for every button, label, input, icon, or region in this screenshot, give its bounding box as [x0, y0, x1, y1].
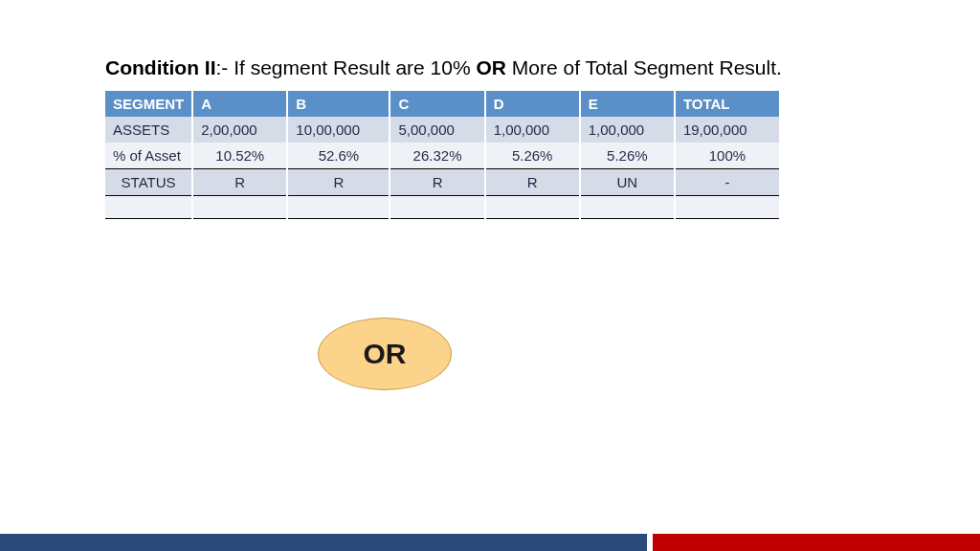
- cell-value: 5.26%: [580, 143, 675, 169]
- cell-label: % of Asset: [105, 143, 192, 169]
- cell-value: 100%: [675, 143, 779, 169]
- cell-value: R: [192, 169, 287, 196]
- cell-value: UN: [580, 169, 675, 196]
- segment-table: SEGMENT A B C D E TOTAL ASSETS 2,00,000 …: [105, 91, 779, 219]
- table-row: STATUS R R R R UN -: [105, 169, 779, 196]
- th-a: A: [192, 91, 287, 117]
- cell-value: -: [675, 169, 779, 196]
- cell-value: 2,00,000: [192, 117, 287, 143]
- th-total: TOTAL: [675, 91, 779, 117]
- th-b: B: [287, 91, 390, 117]
- cell-value: 1,00,000: [485, 117, 580, 143]
- table-row: ASSETS 2,00,000 10,00,000 5,00,000 1,00,…: [105, 117, 779, 143]
- table-row: [105, 196, 779, 219]
- cell-value: R: [390, 169, 484, 196]
- heading-or: OR: [476, 56, 506, 78]
- th-d: D: [485, 91, 580, 117]
- cell-value: 26.32%: [390, 143, 484, 169]
- footer-bar: [0, 534, 980, 551]
- footer-blue: [0, 534, 647, 551]
- cell-value: R: [287, 169, 390, 196]
- cell-label: STATUS: [105, 169, 192, 196]
- heading-prefix: Condition II: [105, 56, 215, 78]
- th-segment: SEGMENT: [105, 91, 192, 117]
- condition-heading: Condition II:- If segment Result are 10%…: [105, 54, 875, 81]
- th-e: E: [580, 91, 675, 117]
- cell-value: R: [485, 169, 580, 196]
- cell-value: 5,00,000: [390, 117, 484, 143]
- footer-red: [653, 534, 980, 551]
- cell-value: 19,00,000: [675, 117, 779, 143]
- cell-value: 10,00,000: [287, 117, 390, 143]
- table-header-row: SEGMENT A B C D E TOTAL: [105, 91, 779, 117]
- th-c: C: [390, 91, 484, 117]
- or-text: OR: [364, 338, 407, 370]
- cell-value: 10.52%: [192, 143, 287, 169]
- heading-rest: More of Total Segment Result.: [506, 56, 782, 78]
- heading-mid: :- If segment Result are 10%: [215, 56, 476, 78]
- cell-value: 5.26%: [485, 143, 580, 169]
- cell-label: ASSETS: [105, 117, 192, 143]
- table-row: % of Asset 10.52% 52.6% 26.32% 5.26% 5.2…: [105, 143, 779, 169]
- cell-value: 1,00,000: [580, 117, 675, 143]
- or-badge: OR: [318, 318, 452, 390]
- cell-value: 52.6%: [287, 143, 390, 169]
